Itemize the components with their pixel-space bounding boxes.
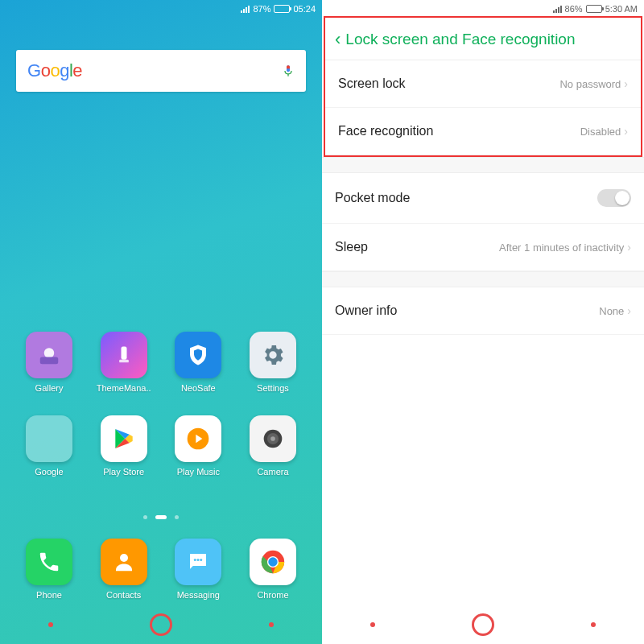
nav-back-icon[interactable] — [370, 622, 375, 627]
setting-value: After 1 minutes of inactivity› — [499, 241, 631, 254]
messaging-icon — [175, 539, 221, 585]
setting-label: Sleep — [335, 240, 368, 254]
status-bar-left: 87% 05:24 — [0, 0, 322, 18]
svg-rect-3 — [119, 360, 129, 363]
svg-rect-2 — [121, 347, 126, 360]
svg-point-0 — [44, 348, 55, 358]
homescreen: 87% 05:24 Google Gallery ThemeMana.. — [0, 0, 322, 644]
row-owner-info[interactable]: Owner info None› — [322, 287, 644, 335]
nav-home-icon[interactable] — [472, 613, 494, 636]
app-neosafe[interactable]: NeoSafe — [167, 332, 229, 393]
gallery-icon — [26, 332, 72, 378]
dock-phone[interactable]: Phone — [18, 539, 80, 600]
play-music-icon — [175, 415, 221, 462]
svg-rect-1 — [40, 357, 59, 365]
svg-point-10 — [197, 559, 200, 561]
svg-point-8 — [120, 554, 128, 562]
gear-icon — [250, 332, 296, 378]
chevron-right-icon: › — [624, 77, 628, 90]
svg-point-7 — [270, 436, 275, 441]
page-indicator — [0, 515, 322, 519]
app-play-music[interactable]: Play Music — [167, 415, 229, 477]
section-divider — [322, 271, 644, 287]
chrome-icon — [250, 539, 296, 585]
setting-label: Screen lock — [338, 76, 406, 91]
svg-point-14 — [268, 557, 277, 566]
clock: 5:30 AM — [605, 4, 638, 14]
setting-label: Pocket mode — [335, 191, 410, 205]
app-play-store[interactable]: Play Store — [93, 415, 155, 477]
battery-pct: 87% — [253, 4, 270, 14]
battery-icon — [274, 5, 290, 13]
section-divider — [322, 157, 644, 173]
nav-home-icon[interactable] — [150, 613, 172, 636]
dock-chrome[interactable]: Chrome — [242, 539, 304, 600]
app-settings[interactable]: Settings — [242, 332, 304, 393]
nav-recents-icon[interactable] — [269, 622, 274, 627]
phone-icon — [26, 539, 72, 585]
setting-label: Owner info — [335, 303, 397, 318]
dock-messaging[interactable]: Messaging — [167, 539, 229, 600]
signal-icon — [553, 6, 562, 13]
folder-icon — [26, 415, 72, 462]
app-grid: Gallery ThemeMana.. NeoSafe Settings — [0, 332, 322, 499]
play-store-icon — [101, 415, 147, 462]
google-search-bar[interactable]: Google — [16, 50, 306, 92]
chevron-right-icon: › — [627, 241, 631, 254]
battery-pct: 86% — [565, 4, 583, 14]
battery-icon — [586, 5, 602, 13]
toggle-switch[interactable] — [597, 189, 631, 207]
settings-header[interactable]: ‹ Lock screen and Face recognition — [325, 18, 641, 60]
app-gallery[interactable]: Gallery — [18, 332, 80, 393]
page-title: Lock screen and Face recognition — [345, 31, 575, 48]
setting-label: Face recognition — [338, 124, 433, 138]
mic-icon[interactable] — [282, 62, 295, 80]
svg-point-9 — [194, 559, 196, 561]
app-row-1: Gallery ThemeMana.. NeoSafe Settings — [18, 332, 304, 393]
app-row-2: Google Play Store Play Music Camera — [18, 415, 304, 477]
row-screen-lock[interactable]: Screen lock No password› — [325, 60, 641, 108]
nav-back-icon[interactable] — [48, 622, 53, 627]
clock: 05:24 — [293, 4, 316, 14]
chevron-right-icon: › — [624, 125, 628, 138]
settings-screen: 86% 5:30 AM ‹ Lock screen and Face recog… — [322, 0, 644, 644]
app-camera[interactable]: Camera — [242, 415, 304, 477]
app-thememanager[interactable]: ThemeMana.. — [93, 332, 155, 393]
setting-value: No password› — [559, 77, 628, 90]
row-sleep[interactable]: Sleep After 1 minutes of inactivity› — [322, 224, 644, 271]
google-logo: Google — [27, 60, 82, 81]
signal-icon — [241, 6, 250, 13]
camera-icon — [250, 415, 296, 462]
shield-icon — [175, 332, 221, 378]
nav-bar-left — [0, 605, 322, 644]
setting-value: Disabled› — [580, 125, 628, 138]
back-icon[interactable]: ‹ — [335, 29, 341, 50]
status-bar-right: 86% 5:30 AM — [322, 0, 644, 18]
contacts-icon — [101, 539, 147, 585]
chevron-right-icon: › — [627, 304, 631, 317]
highlighted-section: ‹ Lock screen and Face recognition Scree… — [324, 16, 642, 157]
nav-bar-right — [322, 605, 644, 644]
svg-point-11 — [200, 559, 203, 561]
theme-icon — [101, 332, 147, 378]
app-google-folder[interactable]: Google — [18, 415, 80, 477]
dock: Phone Contacts Messaging Chrome — [0, 539, 322, 600]
dock-contacts[interactable]: Contacts — [93, 539, 155, 600]
row-pocket-mode[interactable]: Pocket mode — [322, 173, 644, 224]
nav-recents-icon[interactable] — [591, 622, 596, 627]
row-face-recognition[interactable]: Face recognition Disabled› — [325, 108, 641, 155]
setting-value: None› — [599, 304, 631, 317]
